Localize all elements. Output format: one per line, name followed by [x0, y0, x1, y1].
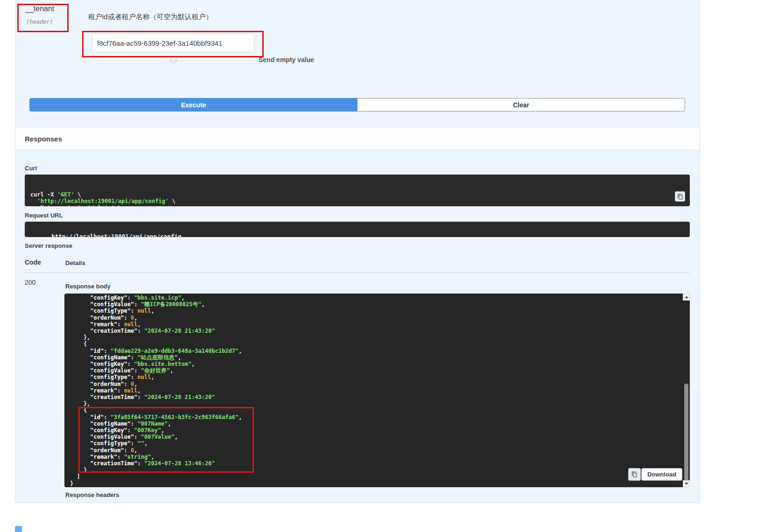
- details-column-header: Details: [65, 259, 85, 266]
- table-divider: [25, 273, 690, 273]
- curl-command-block: curl -X 'GET' \ 'http://localhost:19001/…: [25, 175, 690, 206]
- clear-button[interactable]: Clear: [357, 98, 685, 112]
- copy-curl-button[interactable]: [675, 191, 685, 202]
- copy-response-button[interactable]: [628, 468, 641, 481]
- parameter-name: __tenant: [25, 5, 54, 13]
- response-body-label: Response body: [65, 283, 111, 290]
- clipboard-icon: [677, 194, 683, 200]
- parameter-description: 租户id或者租户名称（可空为默认租户）: [88, 13, 213, 21]
- response-body-block: "configKey": "bbs.site.icp", "configValu…: [64, 294, 690, 487]
- responses-section-header: Responses: [15, 127, 700, 150]
- triangle-down-icon: [685, 483, 688, 485]
- request-url-label: Request URL: [25, 212, 63, 219]
- download-button[interactable]: Download: [641, 468, 682, 481]
- get-endpoint-block: __tenant (header) 租户id或者租户名称（可空为默认租户） Se…: [15, 0, 700, 503]
- send-empty-value-checkbox[interactable]: [170, 57, 176, 63]
- triangle-up-icon: [685, 296, 688, 298]
- curl-label: Curl: [25, 165, 37, 172]
- response-body-json: "configKey": "bbs.site.icp", "configValu…: [70, 294, 682, 487]
- curl-command-text: curl -X 'GET' \ 'http://localhost:19001/…: [30, 191, 684, 206]
- request-url-text: http://localhost:19001/api/app/config: [51, 233, 181, 237]
- scrollbar-thumb[interactable]: [684, 384, 688, 483]
- response-headers-label: Response headers: [65, 491, 119, 498]
- tenant-input[interactable]: [92, 34, 254, 52]
- code-column-header: Code: [25, 259, 41, 266]
- swagger-page: __tenant (header) 租户id或者租户名称（可空为默认租户） Se…: [0, 0, 778, 532]
- action-button-group: Execute Clear: [29, 98, 685, 112]
- responses-title: Responses: [25, 135, 62, 143]
- scroll-down-arrow[interactable]: [683, 480, 690, 487]
- server-response-label: Server response: [25, 242, 72, 249]
- send-empty-value-label: Send empty value: [259, 56, 314, 63]
- clipboard-icon: [631, 471, 638, 477]
- request-url-block: http://localhost:19001/api/app/config: [25, 222, 690, 237]
- next-endpoint-fragment[interactable]: [15, 526, 22, 532]
- execute-button[interactable]: Execute: [29, 98, 357, 112]
- status-code: 200: [25, 279, 35, 286]
- parameter-location: (header): [26, 19, 53, 25]
- response-scrollbar: [683, 294, 690, 487]
- scroll-up-arrow[interactable]: [683, 294, 690, 301]
